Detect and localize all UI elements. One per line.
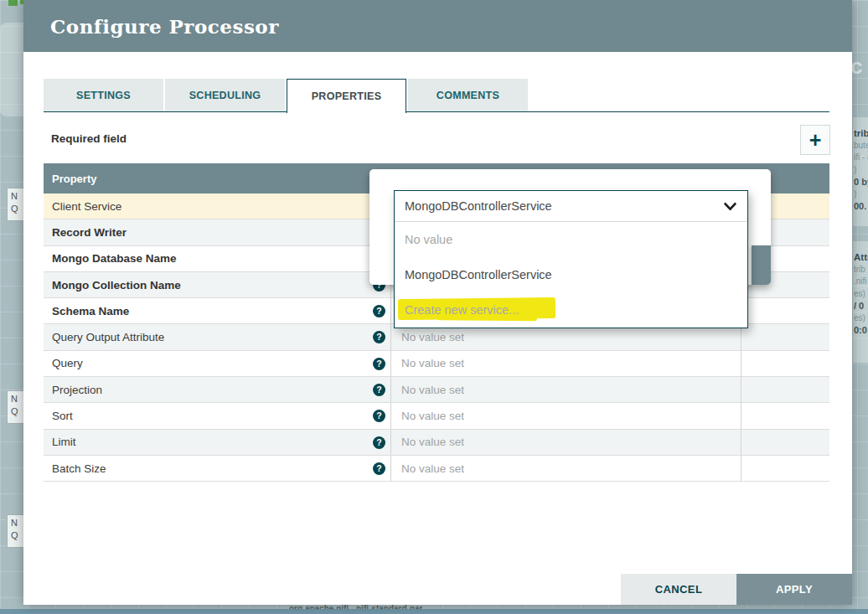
combo-option[interactable]: Create new service... [395, 292, 747, 328]
combo-option-label: Create new service... [405, 303, 519, 317]
combo-option[interactable]: MongoDBControllerService [395, 257, 747, 292]
property-name-cell: Batch Size? [44, 456, 390, 481]
property-name: Mongo Collection Name [52, 279, 181, 292]
property-name: Query Output Attribute [52, 331, 164, 343]
dialog-tabs: SETTINGSSCHEDULINGPROPERTIESCOMMENTS [44, 79, 829, 112]
property-value-cell[interactable]: No value set [390, 430, 741, 455]
configure-processor-dialog: Configure Processor SETTINGSSCHEDULINGPR… [23, 0, 852, 605]
tab-properties[interactable]: PROPERTIES [287, 79, 406, 113]
property-name: Record Writer [52, 226, 127, 239]
processor-text-fragment: Attrtrib.nifies)/ 0es)0:0 [854, 251, 868, 337]
combo-option-label: No value [405, 233, 452, 246]
property-extra-cell [741, 377, 829, 402]
chevron-down-icon [723, 199, 737, 214]
processor-text-fragment: tribbuteifi - n)0 by)00. [854, 127, 868, 213]
refresh-icon: c [850, 54, 862, 80]
help-icon[interactable]: ? [373, 358, 385, 370]
combo-option[interactable]: No value [395, 222, 747, 257]
processor-stats-fragment: NQ [7, 514, 24, 548]
required-field-label: Required field [51, 132, 127, 145]
property-name-cell: Sort? [44, 403, 390, 428]
property-row[interactable]: Batch Size?No value set [44, 456, 829, 482]
property-name: Mongo Database Name [52, 252, 177, 265]
property-name-cell: Query? [44, 351, 390, 376]
property-row[interactable]: Limit?No value set [44, 430, 829, 456]
combo-options-list: No valueMongoDBControllerServiceCreate n… [395, 222, 747, 328]
property-name: Batch Size [52, 462, 106, 475]
processor-stats-fragment: NQ [7, 390, 24, 424]
tab-settings[interactable]: SETTINGS [44, 79, 163, 111]
cancel-button[interactable]: CANCEL [621, 574, 736, 605]
property-name-cell: Query Output Attribute? [44, 324, 390, 349]
property-name-cell: Record Writer? [44, 219, 390, 245]
property-extra-cell [741, 324, 829, 349]
help-icon[interactable]: ? [373, 384, 385, 396]
property-row[interactable]: Projection?No value set [44, 377, 829, 403]
property-name-cell: Schema Name? [44, 298, 390, 323]
property-extra-cell [741, 430, 829, 455]
property-extra-cell [741, 403, 829, 428]
property-value-cell[interactable]: No value set [390, 377, 741, 402]
property-name-cell: Mongo Database Name? [44, 246, 390, 271]
property-name: Schema Name [52, 305, 129, 317]
help-icon[interactable]: ? [373, 331, 385, 343]
property-value-cell[interactable]: No value set [390, 351, 741, 376]
property-name-cell: Projection? [44, 377, 390, 402]
property-value-cell[interactable]: No value set [390, 324, 741, 349]
property-name: Client Service [52, 200, 121, 213]
property-row[interactable]: Query?No value set [44, 351, 829, 377]
property-name-cell: Limit? [44, 430, 390, 455]
combo-option-label: MongoDBControllerService [405, 268, 552, 281]
add-property-button[interactable]: + [800, 125, 830, 155]
combo-selected-value[interactable]: MongoDBControllerService [395, 191, 747, 222]
property-extra-cell [741, 298, 829, 323]
dialog-header: Configure Processor [23, 0, 852, 52]
selected-processor-edge [0, 609, 868, 614]
property-value-cell[interactable]: No value set [390, 403, 741, 428]
tab-scheduling[interactable]: SCHEDULING [165, 79, 285, 111]
client-service-combo: MongoDBControllerService No valueMongoDB… [394, 190, 748, 328]
property-name-cell: Mongo Collection Name? [44, 272, 390, 297]
processor-stats-fragment: NQ [7, 188, 24, 221]
property-name: Limit [52, 436, 76, 448]
property-name-cell: Client Service? [44, 193, 390, 219]
help-icon[interactable]: ? [373, 305, 385, 317]
property-row[interactable]: Sort?No value set [44, 403, 829, 429]
combo-selected-label: MongoDBControllerService [405, 199, 552, 213]
toolbar-green-icon [8, 0, 18, 6]
help-icon[interactable]: ? [373, 410, 385, 422]
help-icon[interactable]: ? [373, 436, 385, 449]
property-extra-cell [741, 351, 829, 376]
apply-button[interactable]: APPLY [736, 574, 852, 605]
property-name: Query [52, 357, 83, 369]
property-name: Projection [52, 384, 102, 396]
property-row[interactable]: Query Output Attribute?No value set [44, 324, 829, 350]
tab-comments[interactable]: COMMENTS [408, 79, 528, 111]
property-extra-cell [741, 456, 829, 481]
property-value-cell[interactable]: No value set [390, 456, 741, 481]
editor-ok-button[interactable] [752, 245, 771, 285]
help-icon[interactable]: ? [373, 462, 385, 475]
property-name: Sort [52, 410, 73, 422]
dialog-title: Configure Processor [50, 15, 279, 38]
